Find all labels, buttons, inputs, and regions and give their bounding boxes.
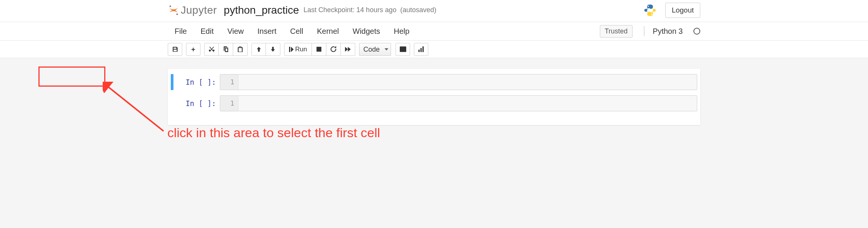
save-button[interactable] [168, 43, 182, 56]
line-number: 1 [220, 74, 238, 90]
svg-point-1 [176, 13, 178, 15]
menu-edit[interactable]: Edit [194, 23, 220, 40]
code-cell[interactable]: In [ ]: 1 [171, 95, 697, 111]
kernel-status-icon [693, 28, 700, 35]
interrupt-button[interactable] [312, 43, 326, 56]
svg-point-0 [170, 5, 172, 7]
menu-file[interactable]: File [168, 23, 194, 40]
move-up-button[interactable] [251, 43, 266, 56]
cell-prompt: In [ ]: [174, 74, 220, 90]
svg-rect-15 [402, 49, 402, 50]
insert-cell-button[interactable]: + [186, 43, 200, 56]
celltype-select-wrap[interactable]: Code [359, 43, 391, 56]
notebook-title[interactable]: python_practice [224, 4, 299, 16]
autosave-text: (autosaved) [400, 6, 436, 14]
checkpoint-text: Last Checkpoint: 14 hours ago [304, 6, 396, 14]
code-area[interactable]: 1 [220, 74, 697, 90]
svg-rect-10 [401, 48, 402, 49]
run-icon [289, 47, 294, 52]
command-palette-button[interactable] [396, 43, 410, 56]
save-icon [172, 46, 178, 52]
divider [644, 26, 644, 36]
line-number: 1 [220, 96, 238, 111]
svg-rect-16 [403, 49, 404, 50]
svg-marker-5 [291, 47, 294, 52]
jupyter-icon [168, 5, 179, 16]
svg-rect-11 [402, 48, 402, 49]
arrow-down-icon [270, 46, 276, 52]
plus-icon: + [191, 46, 196, 53]
svg-marker-8 [348, 47, 351, 52]
cell-prompt: In [ ]: [174, 95, 220, 111]
svg-rect-18 [401, 50, 404, 51]
svg-rect-6 [316, 47, 321, 52]
restart-button[interactable] [326, 43, 341, 56]
menu-kernel[interactable]: Kernel [310, 23, 346, 40]
svg-point-3 [651, 14, 652, 15]
svg-marker-7 [345, 47, 348, 52]
paste-button[interactable] [233, 43, 248, 56]
run-button[interactable]: Run [284, 43, 312, 56]
svg-rect-20 [420, 48, 421, 52]
cell-selection-bar [171, 95, 173, 111]
python-icon [643, 3, 657, 17]
bar-chart-icon [418, 46, 424, 52]
svg-rect-21 [422, 46, 423, 52]
logout-button[interactable]: Logout [665, 3, 700, 18]
svg-rect-19 [418, 50, 420, 52]
code-input[interactable] [238, 74, 697, 90]
menu-help[interactable]: Help [387, 23, 416, 40]
notebook-container: In [ ]: 1 In [ ]: 1 [168, 69, 700, 125]
arrow-up-icon [256, 46, 262, 52]
code-input[interactable] [238, 96, 697, 111]
stop-icon [316, 46, 322, 52]
notebook-background: In [ ]: 1 In [ ]: 1 [0, 58, 868, 228]
svg-rect-17 [404, 49, 405, 50]
celltype-select[interactable]: Code [359, 43, 391, 56]
header-bar: Jupyter python_practice Last Checkpoint:… [0, 0, 868, 22]
run-label: Run [295, 46, 307, 53]
copy-icon [223, 46, 229, 52]
cut-button[interactable] [204, 43, 219, 56]
copy-button[interactable] [219, 43, 233, 56]
chart-button[interactable] [414, 43, 428, 56]
menu-insert[interactable]: Insert [251, 23, 283, 40]
svg-rect-12 [403, 48, 404, 49]
svg-point-2 [648, 6, 649, 7]
menu-view[interactable]: View [221, 23, 251, 40]
scissors-icon [208, 46, 215, 52]
move-down-button[interactable] [266, 43, 280, 56]
menu-cell[interactable]: Cell [283, 23, 310, 40]
keyboard-icon [400, 46, 406, 52]
restart-run-all-button[interactable] [341, 43, 355, 56]
menu-widgets[interactable]: Widgets [346, 23, 387, 40]
jupyter-logo[interactable]: Jupyter [168, 4, 217, 16]
paste-icon [237, 46, 243, 52]
svg-rect-13 [404, 48, 405, 49]
fast-forward-icon [345, 46, 351, 52]
annotation-text: click in this area to select the first c… [167, 125, 380, 140]
menubar: File Edit View Insert Cell Kernel Widget… [0, 22, 868, 41]
cell-selection-bar [171, 74, 173, 90]
svg-rect-14 [401, 49, 402, 50]
code-cell[interactable]: In [ ]: 1 [171, 74, 697, 90]
toolbar: + Run [0, 41, 868, 58]
svg-rect-4 [289, 47, 290, 52]
trusted-indicator[interactable]: Trusted [600, 25, 633, 38]
jupyter-logo-text: Jupyter [181, 4, 217, 16]
kernel-name[interactable]: Python 3 [653, 27, 683, 36]
restart-icon [330, 46, 337, 52]
code-area[interactable]: 1 [220, 95, 697, 111]
